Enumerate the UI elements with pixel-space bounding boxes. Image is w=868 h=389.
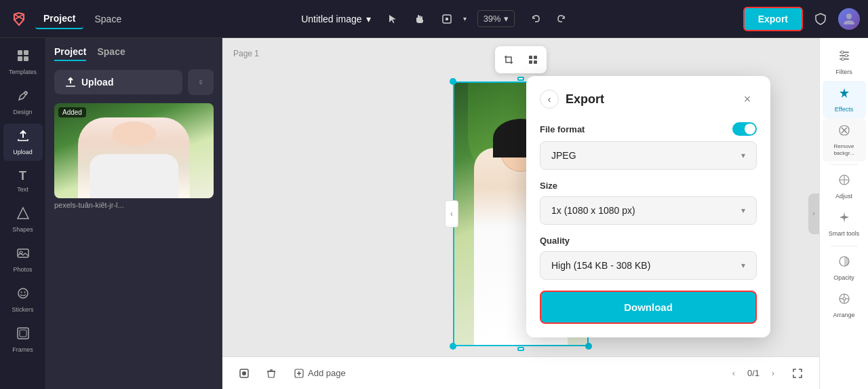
remove-bg-icon [837,124,851,141]
bottom-bar: Add page ‹ 0/1 › [222,356,819,389]
shield-icon[interactable] [810,8,831,30]
sidebar-label-upload: Upload [13,149,33,155]
sidebar-label-stickers: Stickers [12,306,33,313]
topbar-right: Export [743,7,860,31]
sidebar-item-shapes[interactable]: Shapes [3,201,43,238]
grid-tool[interactable] [522,49,544,71]
adjust-label: Adjust [835,193,852,200]
right-item-arrange[interactable]: Arrange [823,286,866,324]
upload-row: Upload [54,69,214,95]
quality-arrow-icon: ▾ [741,261,745,270]
zoom-arrow-icon: ▾ [504,14,509,24]
right-item-effects[interactable]: Effects [823,81,866,118]
frame-arrow-icon[interactable]: ▾ [463,15,467,22]
adjust-icon [837,173,851,190]
crop-tool[interactable] [498,49,519,71]
size-section: Size 1x (1080 x 1080 px) ▾ [540,181,757,225]
sidebar-label-design: Design [13,109,32,115]
zoom-control[interactable]: 39% ▾ [477,10,515,27]
record-button[interactable] [233,363,255,384]
opacity-label: Opacity [833,274,854,281]
right-divider-1 [831,164,858,165]
size-select[interactable]: 1x (1080 x 1080 px) ▾ [540,196,757,225]
sidebar-label-shapes: Shapes [12,226,33,233]
sidebar-item-upload[interactable]: Upload [3,124,43,161]
uploaded-image[interactable]: Added [54,103,214,198]
fit-button[interactable] [787,363,808,384]
canvas-wrapper: Page 1 [222,38,819,389]
svg-point-19 [24,292,25,293]
undo-button[interactable] [526,8,547,30]
sidebar-item-frames[interactable]: Frames [3,321,43,358]
tab-space[interactable]: Space [97,46,125,61]
prev-page-button[interactable]: ‹ [726,365,742,382]
quality-section: Quality High (154 KB - 308 KB) ▾ [540,236,757,280]
trash-button[interactable] [260,363,282,384]
frame-tool[interactable] [436,8,458,30]
upload-button[interactable]: Upload [54,70,182,94]
arrange-label: Arrange [833,312,854,318]
logo[interactable] [8,8,30,30]
size-value: 1x (1080 x 1080 px) [551,205,635,216]
sidebar-item-templates[interactable]: Templates [3,43,43,81]
shapes-icon [16,206,30,223]
svg-rect-12 [24,56,28,61]
export-button[interactable]: Export [743,7,803,31]
page-indicator: 0/1 [747,368,760,378]
page-navigation: ‹ 0/1 › [726,365,781,382]
svg-rect-24 [529,56,532,59]
smart-tools-label: Smart tools [829,230,860,238]
filters-label: Filters [835,69,852,75]
back-arrow-icon: ‹ [548,94,551,105]
right-item-opacity[interactable]: Opacity [823,249,866,286]
redo-button[interactable] [550,8,572,30]
sidebar-item-stickers[interactable]: Stickers [3,281,43,318]
svg-rect-25 [534,56,537,59]
nav-project[interactable]: Project [35,9,83,29]
remove-bg-label: Remove backgr... [825,143,863,156]
svg-rect-15 [18,249,28,257]
image-filename: pexels-tuân-kiêt-jr-l... [54,198,214,212]
svg-rect-7 [446,18,448,20]
right-item-smart-tools[interactable]: Smart tools [823,205,866,243]
cursor-tool[interactable] [382,8,403,30]
quality-select[interactable]: High (154 KB - 308 KB) ▾ [540,251,757,280]
format-select[interactable]: JPEG ▾ [540,141,757,170]
close-icon: × [744,92,751,107]
format-value: JPEG [551,150,576,161]
right-item-filters[interactable]: Filters [823,43,866,81]
svg-rect-27 [534,60,537,64]
sidebar-item-design[interactable]: Design [3,84,43,121]
mobile-button[interactable] [188,69,214,95]
title-chevron-icon: ▾ [366,14,371,24]
export-modal: ‹ Export × File format JPEG ▾ [526,76,770,337]
scroll-right-indicator[interactable]: › [808,193,819,234]
stickers-icon [16,286,30,303]
size-label: Size [540,181,757,191]
svg-point-34 [841,51,844,54]
tab-project[interactable]: Project [54,46,86,61]
right-item-adjust[interactable]: Adjust [823,168,866,205]
main-layout: Templates Design Upload T T [0,38,868,389]
upload-panel: Project Space Upload Added [46,38,222,389]
next-page-button[interactable]: › [765,365,781,382]
right-item-remove-bg[interactable]: Remove backgr... [823,118,866,162]
quality-value: High (154 KB - 308 KB) [551,260,650,271]
effects-icon [837,86,851,103]
hand-tool[interactable] [409,8,431,30]
sidebar-item-photos[interactable]: Photos [3,241,43,278]
text-icon: T [19,169,26,183]
nav-space[interactable]: Space [86,10,130,29]
export-close-button[interactable]: × [738,90,757,109]
sidebar-item-text[interactable]: T Text [3,164,43,198]
frames-icon [16,327,30,344]
svg-point-23 [201,83,201,84]
photos-icon [16,246,30,263]
format-toggle[interactable] [732,122,757,136]
export-back-button[interactable]: ‹ [540,90,559,109]
download-button[interactable]: Download [540,291,757,324]
collapse-panel-button[interactable]: ‹ [445,200,458,227]
avatar[interactable] [838,8,860,30]
document-title[interactable]: Untitled image ▾ [301,14,371,24]
add-page-button[interactable]: Add page [288,364,353,382]
